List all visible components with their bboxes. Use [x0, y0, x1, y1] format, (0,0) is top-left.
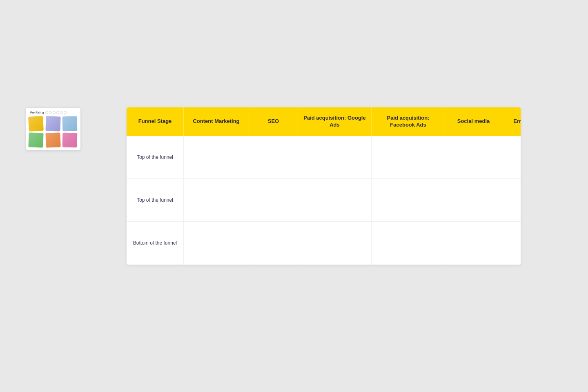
header-content-marketing: Content Marketing	[184, 107, 249, 136]
row-2-email-marketing[interactable]	[502, 179, 521, 221]
header-social-media: Social media	[445, 107, 502, 136]
table-row: Top of the funnel	[127, 136, 521, 179]
row-2-social-media[interactable]	[445, 179, 502, 221]
row-3-content-marketing[interactable]	[184, 222, 249, 265]
preview-header: Pre-Rating	[29, 110, 78, 115]
header-seo: SEO	[249, 107, 298, 136]
row-1-social-media[interactable]	[445, 136, 502, 178]
sticky-notes-grid	[29, 116, 78, 147]
table-row: Bottom of the funnel	[127, 222, 521, 265]
sticky-note-yellow	[28, 116, 44, 131]
header-paid-google: Paid acquisition: Google Ads	[298, 107, 372, 136]
dot-6	[64, 111, 67, 114]
main-table: Funnel Stage Content Marketing SEO Paid …	[127, 107, 521, 265]
row-1-paid-facebook[interactable]	[372, 136, 445, 178]
table-row: Top of the funnel	[127, 179, 521, 222]
preview-card: Pre-Rating	[26, 107, 81, 150]
sticky-note-purple	[45, 116, 60, 131]
row-3-social-media[interactable]	[445, 222, 502, 265]
row-3-paid-facebook[interactable]	[372, 222, 445, 265]
row-2-funnel-stage: Top of the funnel	[127, 179, 184, 221]
row-2-paid-facebook[interactable]	[372, 179, 445, 221]
dot-3	[53, 111, 56, 114]
row-1-content-marketing[interactable]	[184, 136, 249, 178]
dot-1	[45, 111, 48, 114]
table-header: Funnel Stage Content Marketing SEO Paid …	[127, 107, 521, 136]
sticky-note-blue	[62, 116, 78, 131]
row-2-paid-google[interactable]	[298, 179, 372, 221]
header-paid-facebook: Paid acquisition: Facebook Ads	[372, 107, 445, 136]
header-email-marketing: Email marketing	[502, 107, 521, 136]
preview-title: Pre-Rating	[30, 111, 44, 114]
dot-2	[49, 111, 52, 114]
row-1-funnel-stage: Top of the funnel	[127, 136, 184, 178]
row-1-email-marketing[interactable]	[502, 136, 521, 178]
row-3-seo[interactable]	[249, 222, 298, 265]
table-body: Top of the funnel Top of the funnel Bott…	[127, 136, 521, 265]
dot-5	[60, 111, 63, 114]
header-funnel-stage: Funnel Stage	[127, 107, 184, 136]
dot-4	[56, 111, 59, 114]
row-3-paid-google[interactable]	[298, 222, 372, 265]
sticky-note-green	[28, 132, 43, 147]
row-3-email-marketing[interactable]	[502, 222, 521, 265]
row-1-seo[interactable]	[249, 136, 298, 178]
sticky-note-pink	[62, 133, 78, 148]
row-2-content-marketing[interactable]	[184, 179, 249, 221]
preview-dots	[45, 111, 67, 114]
sticky-note-orange	[45, 132, 60, 147]
row-3-funnel-stage: Bottom of the funnel	[127, 222, 184, 265]
row-1-paid-google[interactable]	[298, 136, 372, 178]
row-2-seo[interactable]	[249, 179, 298, 221]
